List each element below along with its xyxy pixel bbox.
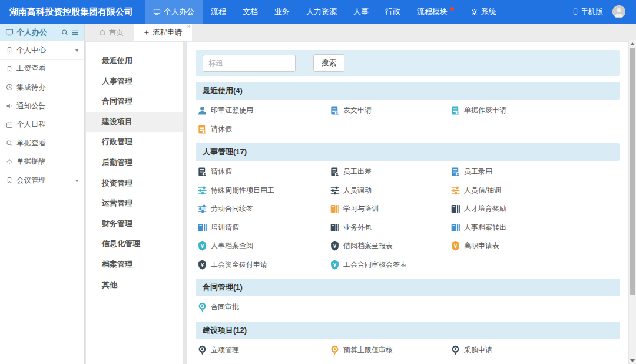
process-item-label: 人事档案转出 [464,223,506,233]
category-item-合同管理[interactable]: 合同管理 [86,91,183,112]
sidebar-menu-icon[interactable] [71,29,79,37]
nav-item-label: 流程模块 [417,6,448,17]
vertical-scrollbar[interactable] [629,40,636,364]
calendar-icon [6,121,13,128]
process-item-员工出差[interactable]: 员工出差 [330,163,450,181]
search-icon [6,140,13,147]
process-item-工会合同审核会签表[interactable]: ¥工会合同审核会签表 [330,256,450,274]
category-item-后勤管理[interactable]: 后勤管理 [86,153,183,173]
section-header: 合同管理(1) [196,279,620,296]
sidebar-item-工资查看[interactable]: 工资查看 [0,60,84,79]
doc-icon [330,105,340,115]
phone-icon [572,8,579,15]
process-item-离职申请表[interactable]: ¥离职申请表 [450,237,620,256]
tabbar: 首页流程申请× [85,24,636,41]
sidebar-item-单据查看[interactable]: 单据查看 [0,134,84,153]
company-name: 湖南高科投资控股集团有限公司 [0,6,145,18]
process-item-人事档案转出[interactable]: 人事档案转出 [450,219,620,237]
process-item-立项管理[interactable]: 立项管理 [197,341,330,360]
process-item-单据作废申请[interactable]: 单据作废申请 [450,101,620,120]
close-icon[interactable]: × [187,24,190,29]
process-item-人员借/抽调[interactable]: 人员借/抽调 [450,181,620,200]
category-item-人事管理[interactable]: 人事管理 [86,71,183,92]
sidebar-item-个人日程[interactable]: 个人日程 [0,115,84,134]
book-icon [330,204,340,214]
doc-icon [450,105,461,115]
nav-item-label: 系统 [481,6,496,17]
nav-item-行政[interactable]: 行政 [377,0,409,24]
topbar-right: 手机版 [572,5,636,18]
process-item-发文申请[interactable]: 发文申请 [330,101,450,120]
nav-item-系统[interactable]: 系统 [462,0,505,24]
tab-首页[interactable]: 首页 [89,24,134,41]
tab-label: 流程申请 [153,28,182,38]
doc-icon [197,167,207,177]
process-item-借阅档案呈报表[interactable]: ¥借阅档案呈报表 [330,237,450,256]
mobile-version-link[interactable]: 手机版 [572,7,604,17]
scroll-up-arrow-icon[interactable] [629,40,636,47]
sidebar-item-会议管理[interactable]: 会议管理▾ [0,171,84,190]
avatar[interactable] [612,5,625,18]
person-icon [197,105,207,115]
sidebar-item-label: 会议管理 [16,176,46,186]
process-item-label: 员工出差 [343,167,372,177]
nav-item-人事[interactable]: 人事 [345,0,377,24]
sidebar-item-单据提醒[interactable]: 单据提醒 [0,153,84,172]
process-item-label: 借阅档案呈报表 [343,241,393,251]
process-item-工会资金拨付申请[interactable]: ¥工会资金拨付申请 [197,256,330,274]
scrollbar-thumb[interactable] [630,48,635,295]
category-item-其他[interactable]: 其他 [86,275,183,296]
process-item-人才培育奖励[interactable]: 人才培育奖励 [450,200,620,219]
process-item-采购申请[interactable]: 采购申请 [450,341,620,360]
sidebar-item-集成待办[interactable]: 集成待办 [0,78,84,97]
process-item-人员调动[interactable]: 人员调动 [330,181,450,200]
category-item-建设项目[interactable]: 建设项目 [86,112,183,133]
tab-label: 首页 [109,28,124,38]
process-item-印章证照使用[interactable]: 印章证照使用 [197,101,330,120]
category-item-最近使用[interactable]: 最近使用 [86,51,183,71]
process-item-合同审批[interactable]: 合同审批 [197,298,330,317]
process-item-label: 离职申请表 [464,241,499,251]
nav-item-流程模块[interactable]: 流程模块 [409,0,462,24]
process-item-预算上限值审核[interactable]: 预算上限值审核 [330,341,450,360]
sidebar-search-icon[interactable] [61,29,68,36]
process-item-请休假[interactable]: 请休假 [197,163,330,181]
process-item-学习与培训[interactable]: 学习与培训 [330,200,450,219]
badge-icon [197,345,207,355]
category-item-档案管理[interactable]: 档案管理 [86,254,183,275]
nav-item-label: 人事 [353,6,369,17]
shield-icon: ¥ [330,260,340,270]
sidebar-item-label: 集成待办 [16,82,46,92]
process-item-请休假[interactable]: 请休假 [197,120,330,139]
category-item-行政管理[interactable]: 行政管理 [86,132,183,153]
process-item-业务外包[interactable]: 业务外包 [330,219,450,237]
category-item-信息化管理[interactable]: 信息化管理 [86,234,183,254]
search-input[interactable] [203,55,296,72]
monitor-icon [153,8,161,16]
nav-item-label: 行政 [385,6,400,17]
process-item-培训请假[interactable]: 培训请假 [197,219,330,237]
process-item-劳动合同续签[interactable]: 劳动合同续签 [197,200,330,219]
topbar: 湖南高科投资控股集团有限公司 个人办公流程文档业务人力资源人事行政流程模块系统 … [0,0,636,24]
process-item-特殊周期性项目用工[interactable]: 特殊周期性项目用工 [197,181,330,200]
process-item-人事档案查阅[interactable]: ¥人事档案查阅 [197,237,330,256]
category-item-财务管理[interactable]: 财务管理 [86,214,183,234]
process-item-员工录用[interactable]: 员工录用 [450,163,620,181]
nav-item-业务[interactable]: 业务 [266,0,298,24]
sidebar-item-label: 个人中心 [16,45,46,55]
nav-item-文档[interactable]: 文档 [234,0,266,24]
process-item-label: 立项管理 [211,345,239,355]
scroll-down-arrow-icon[interactable] [629,357,636,364]
tab-流程申请[interactable]: 流程申请× [134,24,192,41]
search-button[interactable]: 搜索 [313,54,344,72]
sidebar-item-个人中心[interactable]: 个人中心▾ [0,41,84,60]
speaker-icon [6,102,13,110]
notification-dot-icon [450,7,454,11]
home-icon [99,29,106,36]
sidebar-item-通知公告[interactable]: 通知公告 [0,97,84,116]
nav-item-个人办公[interactable]: 个人办公 [145,0,203,24]
nav-item-流程[interactable]: 流程 [203,0,234,24]
nav-item-人力资源[interactable]: 人力资源 [298,0,345,24]
category-item-运营管理[interactable]: 运营管理 [86,193,183,214]
category-item-投资管理[interactable]: 投资管理 [86,173,183,194]
